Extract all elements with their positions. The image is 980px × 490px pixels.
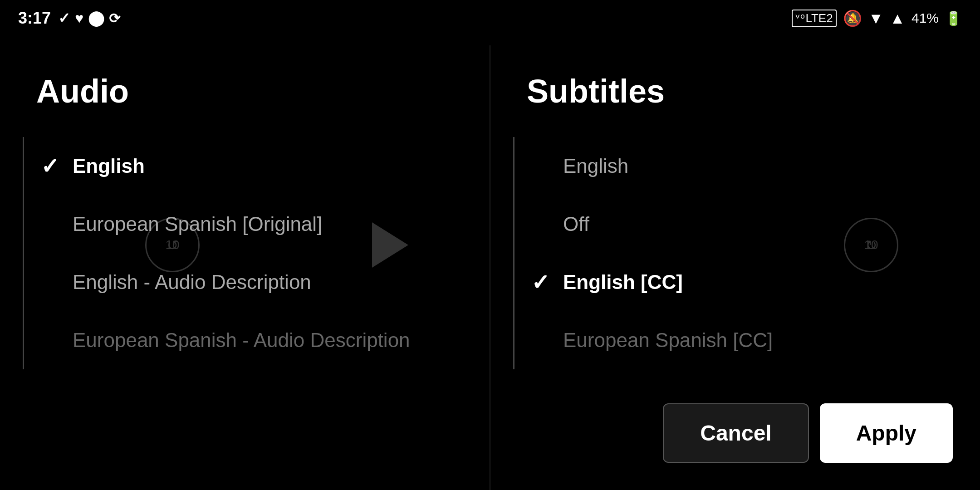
wifi-icon: ▼: [868, 10, 884, 27]
audio-label-english: English: [73, 155, 145, 177]
audio-list: ✓ English ✓ European Spanish [Original] …: [36, 137, 453, 369]
audio-label-european-spanish: European Spanish [Original]: [73, 213, 322, 235]
status-right: ᵛᵒLTE2 🔕 ▼ ▲ 41% 🔋: [792, 9, 962, 27]
subtitle-item-english[interactable]: ✓ English: [527, 137, 944, 195]
audio-label-european-spanish-ad: European Spanish - Audio Description: [73, 329, 410, 352]
status-left: 3:17 ✓ ♥ ⬤ ⟳: [18, 9, 120, 28]
apply-button[interactable]: Apply: [820, 403, 953, 463]
audio-check-english: ✓: [36, 153, 64, 179]
audio-item-english[interactable]: ✓ English: [36, 137, 453, 195]
heart-icon: ♥: [75, 10, 83, 27]
subtitle-label-european-spanish-cc: European Spanish [CC]: [563, 329, 773, 352]
subtitle-item-european-spanish-cc[interactable]: ✓ European Spanish [CC]: [527, 311, 944, 369]
audio-title: Audio: [36, 73, 453, 110]
status-bar: 3:17 ✓ ♥ ⬤ ⟳ ᵛᵒLTE2 🔕 ▼ ▲ 41% 🔋: [0, 0, 980, 36]
time-display: 3:17: [18, 9, 51, 28]
subtitle-label-off: Off: [563, 213, 589, 235]
signal-icon: ▲: [890, 10, 905, 27]
audio-item-european-spanish-ad[interactable]: ✓ European Spanish - Audio Description: [36, 311, 453, 369]
cancel-button[interactable]: Cancel: [663, 403, 808, 463]
bottom-buttons: Cancel Apply: [663, 403, 953, 463]
subtitles-title: Subtitles: [527, 73, 944, 110]
audio-panel: Audio ✓ English ✓ European Spanish [Orig…: [0, 45, 490, 490]
audio-item-european-spanish[interactable]: ✓ European Spanish [Original]: [36, 195, 453, 253]
battery-display: 41%: [911, 10, 939, 26]
volte-icon: ᵛᵒLTE2: [792, 10, 836, 27]
loop-icon: ⟳: [109, 10, 120, 26]
subtitle-item-english-cc[interactable]: ✓ English [CC]: [527, 253, 944, 311]
subtitle-label-english-cc: English [CC]: [563, 271, 683, 294]
subtitle-label-english: English: [563, 155, 628, 177]
check-icon: ✓: [58, 10, 70, 27]
audio-label-english-ad: English - Audio Description: [73, 271, 311, 294]
status-icons: ✓ ♥ ⬤ ⟳: [58, 10, 120, 27]
subtitles-list: ✓ English ✓ Off ✓ English [CC] ✓ Europea…: [527, 137, 944, 369]
bell-muted-icon: 🔕: [843, 9, 862, 27]
audio-item-english-ad[interactable]: ✓ English - Audio Description: [36, 253, 453, 311]
battery-icon: 🔋: [945, 10, 962, 26]
subtitle-item-off[interactable]: ✓ Off: [527, 195, 944, 253]
subtitle-check-english-cc: ✓: [527, 270, 554, 295]
circle-icon: ⬤: [88, 10, 104, 27]
